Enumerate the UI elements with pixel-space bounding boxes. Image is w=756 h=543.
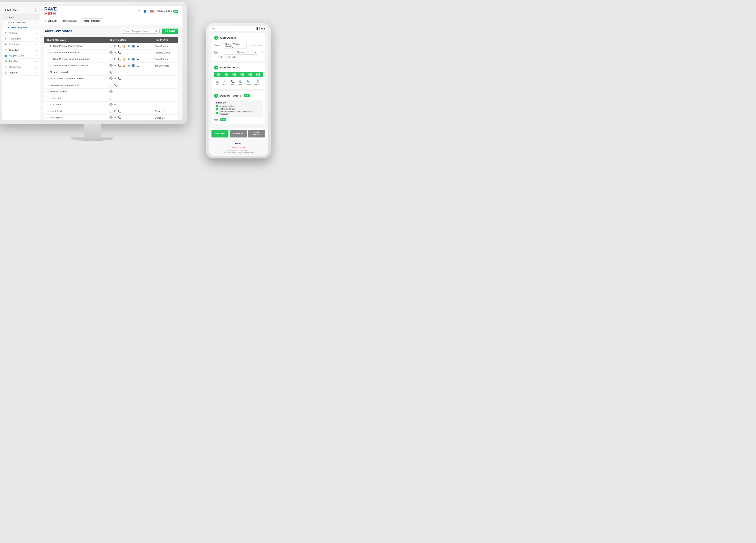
row-name: ⚠Base Closed - Weather Conditions [44, 75, 107, 82]
row-modes: 💬 ✉ 📞 [107, 49, 152, 56]
method-desktop[interactable]: 🖥 Desktop [255, 80, 261, 86]
method-circle4: ● [240, 73, 244, 76]
table-row[interactable]: ⚠H1N1 Alert 💬 ✉ [44, 101, 178, 108]
method-twitter[interactable]: 🐦 Twitter [246, 80, 251, 86]
help-icon[interactable]: ? [138, 9, 140, 13]
table-row[interactable]: ⚠Health Alert 💬 ✉ 📞 Demo List [44, 108, 178, 114]
sidebar-sub-item-alert-templates[interactable]: Alert Templates [2, 25, 40, 30]
delivery-edit-button[interactable]: EDIT [244, 94, 250, 97]
sidebar-item-facilities[interactable]: 🏢 Facilities ∨ [2, 59, 40, 64]
snap-send-checkbox[interactable] [214, 56, 216, 58]
search-box[interactable]: 🔍 [122, 29, 160, 34]
flag-icon[interactable]: 🇺🇸 [150, 9, 154, 13]
phone-action-buttons: CONTINUE SCHEDULE SAVE TEMPLATE [209, 128, 268, 139]
summary-box: Summary 31,543 Recipients 13 Device Targ… [214, 100, 263, 117]
phone-content: 1 Alert Details Name: Severe Weather War… [209, 31, 268, 128]
table-row[interactable]: ⚠1 - SmartPrepare Power Outage 💬 ✉ 📞 🔔 🐦… [44, 43, 178, 50]
continue-button[interactable]: CONTINUE [211, 130, 228, 138]
row-modes: 💬 ✉ 📞 [107, 75, 152, 82]
sidebar-org-name: RAVE HIGH [5, 9, 17, 12]
name-value: Severe Weather Warning [225, 43, 240, 48]
privacy-link[interactable]: Privacy Policy [228, 150, 238, 152]
desktop-label: Desktop [255, 84, 261, 86]
method-rss[interactable]: 📡 RSS [239, 80, 242, 86]
type-value: Standard [237, 51, 245, 54]
tab-alert-templates[interactable]: Alert Templates [81, 18, 103, 23]
sidebar-sub-item-alert-overview[interactable]: Alert Overview [2, 20, 40, 25]
methods-bar: ● ● ● ● ● [214, 72, 263, 77]
row-modes: 💬 [107, 95, 152, 101]
table-row[interactable]: ⚠2 - SmartPrepare Evacuation 💬 ✉ 📞 Prepa… [44, 49, 178, 56]
sidebar-item-people-lists[interactable]: 👥 People & Lists ∨ [2, 53, 40, 58]
row-recipients [152, 82, 178, 88]
wifi-icon: ≋ [261, 27, 263, 30]
sidebar-item-label-facilities: Facilities [9, 60, 35, 63]
name-input[interactable]: Severe Weather Warning [224, 42, 247, 49]
row-recipients: Demo List [152, 108, 178, 114]
phone-status-right: ▌▌▌ ≋ ▮ [256, 27, 265, 30]
table-row[interactable]: ⚠Breaking story reassignment 💬 📞 [44, 82, 178, 88]
chevron-icon: ∨ [36, 60, 37, 62]
col-template-name: TEMPLATE NAME [44, 37, 107, 43]
sidebar-item-collaborate[interactable]: ◈ Collaborate ∨ [2, 36, 40, 41]
row-recipients: Prepare Demo [152, 49, 178, 56]
table-row[interactable]: ⚠Dr On Call 💬 [44, 95, 178, 101]
alert-icon: ⚠ [5, 16, 8, 18]
send-alerts-toggle[interactable]: ON [173, 10, 179, 13]
user-icon[interactable]: 👤 [143, 9, 147, 13]
schedule-button[interactable]: SCHEDULE [230, 130, 247, 138]
row-modes: 💬 ✉ 📞 🔔 🐦 📘 ☁ [107, 43, 152, 50]
tab-alert-overview[interactable]: Alert Overview [59, 18, 80, 23]
section-title-details: Alert Details [220, 36, 236, 39]
summary-line-rss: Alert will be sent via RSS, Twitter and … [216, 110, 261, 115]
save-template-button[interactable]: SAVE TEMPLATE [248, 130, 265, 138]
sidebar-section-collaborate: ◈ Collaborate ∨ [2, 36, 40, 42]
method-item-dot: ● [215, 73, 222, 76]
sidebar-item-label-people: People & Lists [9, 54, 35, 57]
monitor-stand-neck [84, 124, 101, 137]
copyright-text: © 2018 Rave Mobile Safety. All rights re… [222, 152, 255, 154]
sub-dot [8, 27, 9, 28]
sidebar: RAVE HIGH ‹ ⚠ Alert ∧ [2, 6, 40, 120]
sidebar-item-prepare[interactable]: ⚙ Prepare ∨ [2, 30, 40, 36]
row-recipients [152, 69, 178, 75]
method-text[interactable]: 💬 Text [216, 80, 219, 86]
table-row[interactable]: ⚠Base Closed - Weather Conditions 💬 ✉ 📞 [44, 75, 178, 82]
sidebar-item-alert[interactable]: ⚠ Alert ∧ [2, 14, 40, 20]
footer-logo-sub: MOBILE SAFETY [232, 147, 245, 148]
type-select[interactable]: ⚠ Standard ∨ [224, 50, 258, 55]
table-row[interactable]: ⚠Building Closure 💬 [44, 88, 178, 95]
row-name: ⚠1 - SmartPrepare Power Outage [44, 43, 107, 50]
sidebar-item-reports[interactable]: 📊 Reports ∨ [2, 70, 40, 75]
tags-edit-button[interactable]: EDIT [220, 118, 226, 121]
row-modes: 💬 ✉ [107, 101, 152, 108]
method-item-dot5: ● [247, 73, 254, 76]
logo: RAVE HIGH [44, 7, 57, 16]
topbar: RAVE HIGH ? 👤 🇺🇸 SEND ALERTS ON [40, 6, 182, 17]
reports-icon: 📊 [5, 71, 8, 74]
footer-logo-rave: RAVE [235, 142, 241, 145]
sidebar-item-resources[interactable]: 📋 Resources ∨ [2, 64, 40, 70]
summary-line-recipients: 31,543 Recipients [216, 105, 261, 107]
sidebar-item-guardian[interactable]: ◎ Guardian ∨ [2, 47, 40, 53]
phone-section-alert-details: 1 Alert Details Name: Severe Weather War… [211, 33, 265, 61]
search-input[interactable] [124, 30, 154, 33]
row-modes: 💬 [107, 88, 152, 95]
sidebar-item-label-command: Command [9, 43, 35, 46]
section-title-methods: Alert Methods [220, 66, 238, 69]
sidebar-collapse-button[interactable]: ‹ [34, 8, 37, 12]
row-name: ⚠4 - SmartPrepare Shelter Information [44, 62, 107, 69]
table-row[interactable]: ⚠4 - SmartPrepare Shelter Information 💬 … [44, 62, 178, 69]
method-email[interactable]: ✉ Email [223, 80, 227, 86]
method-voice[interactable]: 📞 Voice [231, 80, 235, 86]
terms-link[interactable]: Terms of Use [240, 150, 249, 152]
method-item-dot3: ● [231, 73, 238, 76]
table-row[interactable]: ⚠Parking Ban 💬 ✉ 📞 Demo List [44, 114, 178, 120]
table-row[interactable]: ⚠3 - SmartPrepare Transport Interruption… [44, 56, 178, 62]
templates-table: TEMPLATE NAME ALERT MODES RECIPIENTS ⚠1 … [44, 37, 178, 120]
row-modes: 💬 ✉ 📞 🔔 🐦 📘 ☁ [107, 62, 152, 69]
form-row-type: Type: ⚠ Standard ∨ ⓘ [214, 50, 263, 55]
table-row[interactable]: ⚠All hands con call 📞 [44, 69, 178, 75]
sidebar-item-command[interactable]: ◉ Command ∨ [2, 42, 40, 47]
create-button[interactable]: CREATE [162, 29, 178, 34]
